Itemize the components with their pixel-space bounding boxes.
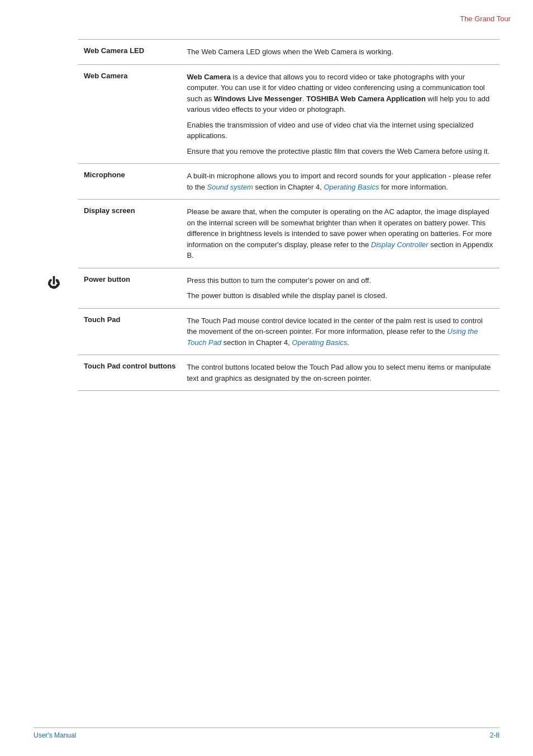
table-row: Display screen Please be aware that, whe…	[78, 200, 499, 268]
page-footer: User's Manual 2-8	[34, 727, 499, 739]
link-display-controller[interactable]: Display Controller	[371, 240, 429, 249]
row-desc-web-camera-led: The Web Camera LED glows when the Web Ca…	[181, 40, 499, 65]
table-row: Microphone A built-in microphone allows …	[78, 164, 499, 200]
row-label-touch-pad-control-buttons: Touch Pad control buttons	[78, 355, 181, 391]
row-label-power-button: ⏻ Power button	[78, 268, 181, 308]
row-desc-web-camera: Web Camera is a device that allows you t…	[181, 64, 499, 164]
page-header-title: The Grand Tour	[460, 15, 511, 23]
row-desc-display-screen: Please be aware that, when the computer …	[181, 200, 499, 268]
row-label-web-camera-led: Web Camera LED	[78, 40, 181, 65]
row-desc-touch-pad-control-buttons: The control buttons located below the To…	[181, 355, 499, 391]
table-row: Web Camera Web Camera is a device that a…	[78, 64, 499, 164]
table-row: ⏻ Power button Press this button to turn…	[78, 268, 499, 308]
row-label-display-screen: Display screen	[78, 200, 181, 268]
link-operating-basics-touch-pad[interactable]: Operating Basics	[292, 338, 348, 347]
row-desc-power-button: Press this button to turn the computer's…	[181, 268, 499, 308]
table-row: Touch Pad control buttons The control bu…	[78, 355, 499, 391]
link-sound-system[interactable]: Sound system	[207, 183, 253, 191]
row-label-touch-pad: Touch Pad	[78, 308, 181, 355]
table-row: Web Camera LED The Web Camera LED glows …	[78, 40, 499, 65]
content-table: Web Camera LED The Web Camera LED glows …	[78, 39, 499, 391]
row-desc-microphone: A built-in microphone allows you to impo…	[181, 164, 499, 200]
row-desc-touch-pad: The Touch Pad mouse control device locat…	[181, 308, 499, 355]
footer-left: User's Manual	[34, 731, 76, 739]
footer-right: 2-8	[490, 731, 499, 739]
link-operating-basics-microphone[interactable]: Operating Basics	[323, 183, 379, 191]
power-icon: ⏻	[47, 276, 60, 291]
row-label-microphone: Microphone	[78, 164, 181, 200]
row-label-web-camera: Web Camera	[78, 64, 181, 164]
table-row: Touch Pad The Touch Pad mouse control de…	[78, 308, 499, 355]
page-content: Web Camera LED The Web Camera LED glows …	[78, 39, 499, 391]
